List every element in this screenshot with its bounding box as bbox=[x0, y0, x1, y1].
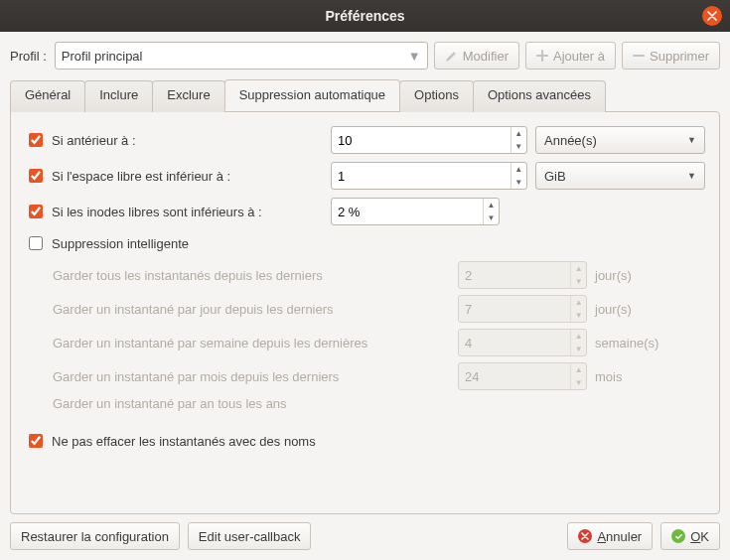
chevron-down-icon: ▼ bbox=[687, 171, 696, 181]
smart-one-week-input bbox=[459, 330, 570, 355]
older-spinbox[interactable]: ▲▼ bbox=[331, 126, 527, 154]
smart-label: Suppression intelligente bbox=[52, 236, 189, 251]
keep-named-label: Ne pas effacer les instantanés avec des … bbox=[52, 434, 316, 449]
smart-checkbox[interactable] bbox=[29, 236, 43, 250]
smart-one-week-unit: semaine(s) bbox=[595, 336, 658, 350]
tab-exclude[interactable]: Exclure bbox=[152, 80, 224, 112]
inodes-checkbox[interactable] bbox=[29, 205, 43, 218]
profile-combo-value: Profil principal bbox=[62, 49, 143, 64]
profile-row: Profil : Profil principal ▼ Modifier Ajo… bbox=[10, 42, 720, 70]
older-label: Si antérieur à : bbox=[52, 133, 136, 148]
smart-one-week-label: Garder un instantané par semaine depuis … bbox=[53, 336, 450, 350]
spin-arrows[interactable]: ▲▼ bbox=[483, 199, 499, 224]
freespace-checkbox[interactable] bbox=[29, 169, 43, 183]
tab-include[interactable]: Inclure bbox=[84, 80, 153, 112]
smart-all-last-unit: jour(s) bbox=[595, 268, 632, 283]
smart-one-month-unit: mois bbox=[595, 369, 622, 384]
inodes-input[interactable] bbox=[332, 199, 483, 224]
smart-one-day-unit: jour(s) bbox=[595, 302, 632, 317]
spin-arrows: ▲▼ bbox=[570, 363, 586, 389]
chevron-down-icon: ▼ bbox=[687, 135, 696, 145]
ok-icon bbox=[671, 529, 685, 543]
smart-one-day-spin: ▲▼ bbox=[458, 295, 587, 323]
spin-arrows: ▲▼ bbox=[570, 296, 586, 322]
smart-all-last-spin: ▲▼ bbox=[458, 261, 587, 289]
older-unit-value: Année(s) bbox=[544, 133, 597, 148]
smart-block: Garder tous les instantanés depuis les d… bbox=[53, 261, 705, 411]
smart-all-last-input bbox=[459, 262, 570, 288]
modify-button-label: Modifier bbox=[463, 49, 509, 64]
smart-all-last-label: Garder tous les instantanés depuis les d… bbox=[53, 268, 450, 283]
inodes-spinbox[interactable]: ▲▼ bbox=[331, 198, 500, 225]
window-title: Préférences bbox=[325, 8, 404, 24]
plus-icon bbox=[536, 50, 548, 62]
freespace-checkbox-label[interactable]: Si l'espace libre est inférieur à : bbox=[25, 166, 323, 186]
freespace-unit-combo[interactable]: GiB ▼ bbox=[535, 162, 705, 190]
smart-one-year-label: Garder un instantané par an tous les ans bbox=[53, 396, 450, 411]
spin-arrows[interactable]: ▲▼ bbox=[511, 127, 526, 153]
close-icon bbox=[707, 11, 717, 21]
profile-combo[interactable]: Profil principal ▼ bbox=[55, 42, 428, 70]
freespace-input[interactable] bbox=[332, 163, 511, 189]
restore-config-button[interactable]: Restaurer la configuration bbox=[10, 522, 180, 550]
tab-bar: Général Inclure Exclure Suppression auto… bbox=[10, 79, 720, 111]
modify-button[interactable]: Modifier bbox=[434, 42, 519, 70]
ok-button-label: OK bbox=[690, 529, 709, 544]
spin-arrows: ▲▼ bbox=[570, 262, 586, 288]
older-checkbox-label[interactable]: Si antérieur à : bbox=[25, 130, 323, 150]
delete-button-label: Supprimer bbox=[650, 49, 709, 64]
titlebar: Préférences bbox=[0, 0, 730, 32]
smart-one-month-label: Garder un instantané par mois depuis les… bbox=[53, 369, 450, 384]
freespace-unit-value: GiB bbox=[544, 169, 566, 184]
delete-button[interactable]: Supprimer bbox=[622, 42, 720, 70]
tab-options[interactable]: Options bbox=[399, 80, 474, 112]
smart-one-month-spin: ▲▼ bbox=[458, 362, 587, 390]
edit-user-callback-button[interactable]: Edit user-callback bbox=[188, 522, 312, 550]
smart-one-day-label: Garder un instantané par jour depuis les… bbox=[53, 302, 450, 317]
cancel-button[interactable]: Annuler bbox=[567, 522, 653, 550]
tab-advanced[interactable]: Options avancées bbox=[473, 80, 606, 112]
tab-page-autoremove: Si antérieur à : ▲▼ Année(s) ▼ Si l'espa… bbox=[10, 111, 720, 514]
inodes-label: Si les inodes libres sont inférieurs à : bbox=[52, 205, 262, 219]
minus-icon bbox=[633, 50, 645, 62]
close-button[interactable] bbox=[702, 6, 722, 26]
keep-named-checkbox[interactable] bbox=[29, 434, 43, 448]
tab-general[interactable]: Général bbox=[10, 80, 85, 112]
smart-checkbox-label[interactable]: Suppression intelligente bbox=[25, 233, 189, 253]
cancel-icon bbox=[578, 529, 592, 543]
inodes-checkbox-label[interactable]: Si les inodes libres sont inférieurs à : bbox=[25, 202, 323, 221]
keep-named-checkbox-label[interactable]: Ne pas effacer les instantanés avec des … bbox=[25, 431, 316, 451]
chevron-down-icon: ▼ bbox=[408, 49, 421, 64]
freespace-label: Si l'espace libre est inférieur à : bbox=[52, 169, 230, 184]
older-checkbox[interactable] bbox=[29, 133, 43, 147]
older-input[interactable] bbox=[332, 127, 511, 153]
spin-arrows: ▲▼ bbox=[570, 330, 586, 355]
older-unit-combo[interactable]: Année(s) ▼ bbox=[535, 126, 705, 154]
smart-one-day-input bbox=[459, 296, 570, 322]
ok-button[interactable]: OK bbox=[660, 522, 720, 550]
smart-one-month-input bbox=[459, 363, 570, 389]
smart-one-week-spin: ▲▼ bbox=[458, 329, 587, 356]
freespace-spinbox[interactable]: ▲▼ bbox=[331, 162, 527, 190]
cancel-button-label: Annuler bbox=[597, 529, 642, 544]
tab-autoremove[interactable]: Suppression automatique bbox=[224, 79, 400, 111]
pencil-icon bbox=[445, 50, 458, 63]
add-button[interactable]: Ajouter à bbox=[525, 42, 616, 70]
add-button-label: Ajouter à bbox=[553, 49, 605, 64]
profile-label: Profil : bbox=[10, 49, 49, 64]
bottom-bar: Restaurer la configuration Edit user-cal… bbox=[10, 522, 720, 550]
spin-arrows[interactable]: ▲▼ bbox=[511, 163, 526, 189]
